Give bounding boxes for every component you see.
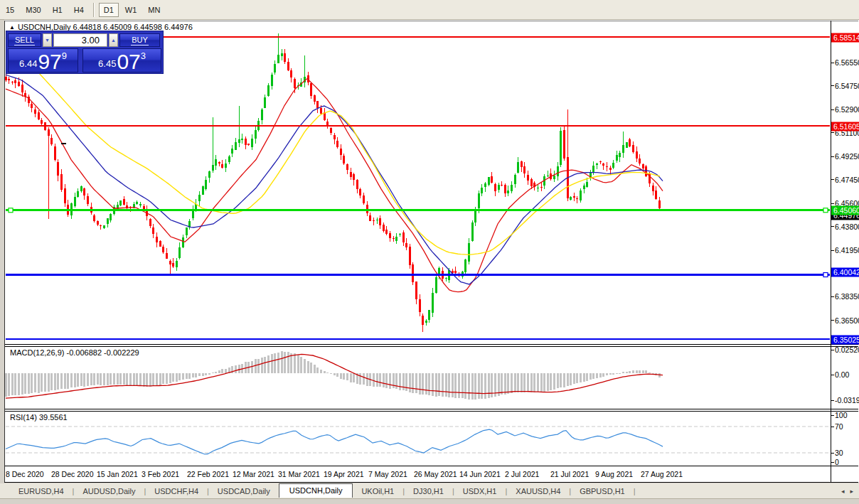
one-click-trading-panel: SELL ▼ 3.00 ▲ BUY 6.44 97 9 6.45 07 3: [6, 31, 164, 74]
date-label: 9 Aug 2021: [595, 470, 633, 478]
chart-tab-eurusd-h4[interactable]: EURUSD,H4: [10, 485, 73, 498]
date-label: 15 Jan 2021: [97, 470, 138, 478]
date-label: 19 Apr 2021: [324, 470, 364, 478]
buy-price-display[interactable]: 6.45 07 3: [82, 48, 161, 73]
chart-tab-xauusd-h4[interactable]: XAUUSD,H4: [507, 485, 569, 498]
rsi-axis-label: 100: [835, 411, 848, 419]
buy-price-pip: 3: [141, 50, 146, 61]
rsi-axis-label: 0: [835, 458, 839, 466]
chart-tab-usdx-h1[interactable]: USDX,H1: [454, 485, 506, 498]
price-tick-label: 6.36500: [835, 316, 859, 325]
volume-input[interactable]: 3.00: [53, 33, 107, 47]
chart-tab-dj30-h1[interactable]: DJ30,H1: [405, 485, 452, 498]
rsi-indicator-label: RSI(14) 39.5561: [10, 413, 68, 422]
price-tick-label: 6.56550: [835, 58, 859, 67]
macd-axis-label: -0.03198: [835, 396, 859, 404]
price-tick-label: 6.54750: [835, 82, 859, 90]
price-line-label: 6.51605: [831, 122, 859, 131]
sell-button[interactable]: SELL: [8, 33, 41, 47]
date-label: 31 Mar 2021: [278, 470, 320, 478]
date-label: 28 Dec 2020: [51, 470, 94, 478]
price-tick-label: 6.41950: [835, 246, 859, 254]
date-label: 14 Jun 2021: [459, 470, 501, 478]
rsi-axis-label: 70: [835, 422, 843, 431]
volume-down-icon: ▼: [45, 38, 50, 43]
sell-price-prefix: 6.44: [19, 58, 37, 69]
price-line-label: 6.35025: [831, 335, 859, 344]
tab-scroll-right-icon[interactable]: ▸: [850, 488, 853, 495]
chart-tab-usdcad-daily[interactable]: USDCAD,Daily: [209, 485, 279, 498]
price-line-label: 6.40042: [831, 268, 859, 277]
symbol-marker-icon: ▲: [9, 24, 15, 31]
price-tick-label: 6.38350: [835, 292, 859, 301]
tab-scroll-arrows: ◂ ▸: [841, 488, 853, 495]
trading-platform-window: 15M30H1H4D1W1MN ▲USDCNH,Daily 6.44818 6.…: [0, 0, 859, 504]
chart-tab-usdchf-h4[interactable]: USDCHF,H4: [146, 485, 207, 498]
date-label: 26 May 2021: [414, 470, 457, 478]
status-strip: [0, 498, 859, 504]
volume-decrease-button[interactable]: ▼: [43, 33, 52, 47]
volume-increase-button[interactable]: ▲: [109, 33, 118, 47]
date-label: 21 Jul 2021: [550, 470, 589, 478]
date-label: 8 Dec 2020: [6, 470, 44, 478]
macd-axis-label: 0.00: [835, 370, 849, 379]
sell-price-display[interactable]: 6.44 97 9: [8, 48, 78, 73]
date-label: 22 Feb 2021: [187, 470, 229, 478]
buy-price-prefix: 6.45: [98, 58, 116, 69]
price-tick-label: 6.47450: [835, 176, 859, 184]
chart-tab-ukoil-h1[interactable]: UKOil,H1: [353, 485, 402, 498]
price-tick-label: 6.49250: [835, 152, 859, 161]
chart-svg[interactable]: [0, 0, 859, 504]
price-tick-label: 6.43800: [835, 222, 859, 231]
macd-indicator-label: MACD(12,26,9) -0.006882 -0.002229: [10, 348, 139, 357]
rsi-axis-label: 30: [835, 449, 843, 457]
chart-tab-gbpusd-h1[interactable]: GBPUSD,H1: [571, 485, 634, 498]
date-label: 7 May 2021: [368, 470, 407, 478]
chart-tab-usdcnh-daily[interactable]: USDCNH,Daily: [279, 483, 353, 498]
macd-axis-label: 0.025209: [835, 345, 859, 354]
sell-price-pip: 9: [62, 50, 67, 61]
buy-button[interactable]: BUY: [119, 33, 160, 47]
date-label: 2 Jul 2021: [505, 470, 539, 478]
date-label: 12 Mar 2021: [233, 470, 274, 478]
chart-tab-bar: EURUSD,H4|AUDUSD,Daily|USDCHF,H4|USDCAD,…: [0, 483, 859, 498]
price-line-label: 6.58514: [831, 33, 859, 42]
chart-tab-audusd-daily[interactable]: AUDUSD,Daily: [74, 485, 144, 498]
tab-separator: |: [634, 487, 636, 495]
volume-up-icon: ▲: [111, 38, 116, 43]
price-line-label: 6.45060: [831, 206, 859, 215]
tab-scroll-left-icon[interactable]: ◂: [841, 488, 845, 495]
sell-price-big: 97: [38, 53, 61, 71]
price-tick-label: 6.52900: [835, 105, 859, 114]
buy-price-big: 07: [117, 53, 140, 71]
date-label: 27 Aug 2021: [641, 470, 683, 478]
date-label: 3 Feb 2021: [142, 470, 179, 478]
